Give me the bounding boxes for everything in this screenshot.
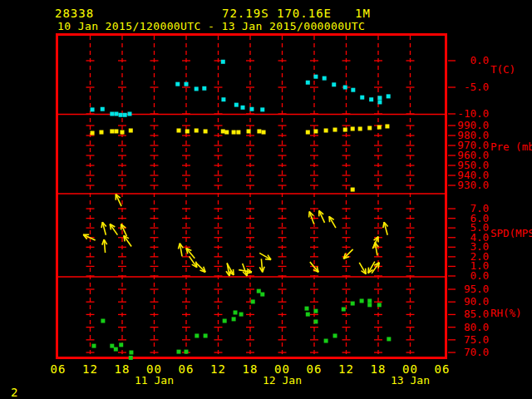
- pressure-point: [333, 128, 337, 132]
- y-tick-label: -10.0: [457, 107, 489, 120]
- relative_humidity-point: [257, 289, 261, 293]
- relative_humidity-point: [367, 303, 372, 307]
- relative_humidity-point: [313, 319, 318, 323]
- pressure-point: [129, 129, 133, 133]
- temperature-point: [369, 97, 373, 101]
- pressure-point: [257, 129, 261, 133]
- temperature-point: [175, 82, 180, 86]
- x-tick-label: 06: [307, 362, 323, 376]
- x-tick-label: 06: [435, 362, 451, 376]
- relative_humidity-point: [351, 302, 355, 306]
- relative_humidity-point: [204, 333, 208, 337]
- relative_humidity-point: [306, 313, 310, 317]
- relative_humidity-point: [360, 298, 364, 303]
- pressure-point: [121, 131, 125, 135]
- relative_humidity-point: [333, 333, 337, 337]
- temperature-point: [202, 86, 206, 91]
- temperature-point: [123, 113, 127, 117]
- x-tick-label: 12: [210, 362, 226, 376]
- temperature-point: [332, 82, 336, 86]
- y-tick-label: 0.0: [470, 54, 489, 66]
- relative_humidity-point: [101, 319, 105, 323]
- relative_humidity-point: [377, 303, 382, 307]
- relative_humidity-point: [185, 350, 189, 354]
- x-date-label: 13 Jan: [391, 374, 430, 387]
- temperature-point: [377, 96, 382, 100]
- pressure-point: [185, 129, 190, 133]
- pressure-point: [221, 129, 225, 133]
- relative_humidity-point: [129, 356, 133, 360]
- page-number: 2: [11, 386, 17, 399]
- pressure-point: [377, 126, 382, 130]
- wind-arrow-head: [102, 239, 104, 245]
- pressure-point: [351, 126, 355, 131]
- pressure-point: [114, 129, 118, 133]
- temperature-point: [91, 107, 95, 111]
- temperature-point: [195, 86, 199, 91]
- temperature-point: [110, 112, 114, 116]
- relative_humidity-point: [232, 317, 236, 321]
- relative_humidity-point: [91, 344, 96, 348]
- wind-arrow-head: [309, 212, 310, 218]
- relative_humidity-point: [251, 299, 255, 303]
- pressure-point: [385, 124, 389, 128]
- y-axis-title: Pre (mb): [490, 140, 532, 153]
- y-tick-label: 80.0: [464, 321, 489, 333]
- relative_humidity-point: [305, 307, 309, 311]
- y-tick-label: 75.0: [464, 333, 489, 346]
- relative_humidity-point: [223, 319, 227, 323]
- wind-arrow-head: [368, 268, 369, 273]
- pressure-point: [195, 129, 199, 133]
- temperature-point: [260, 107, 264, 111]
- relative_humidity-point: [195, 333, 199, 337]
- pressure-point: [351, 188, 355, 192]
- relative_humidity-point: [110, 344, 114, 348]
- y-tick-label: 85.0: [464, 308, 489, 320]
- y-tick-label: 95.0: [464, 283, 489, 295]
- y-axis-title: RH(%): [490, 307, 522, 319]
- x-tick-label: 18: [371, 362, 387, 376]
- temperature-point: [241, 106, 245, 110]
- temperature-point: [185, 82, 189, 86]
- wind-arrow-head: [383, 222, 384, 228]
- temperature-point: [221, 60, 225, 64]
- pressure-point: [204, 129, 208, 133]
- pressure-point: [358, 126, 362, 131]
- relative_humidity-point: [367, 298, 372, 303]
- pressure-point: [313, 129, 318, 133]
- y-tick-label: -5.0: [464, 81, 489, 93]
- temperature-point: [351, 88, 355, 92]
- pressure-point: [324, 129, 328, 133]
- x-tick-label: 12: [338, 362, 354, 376]
- pressure-point: [236, 131, 240, 135]
- temperature-point: [119, 113, 123, 117]
- relative_humidity-point: [342, 308, 346, 312]
- wind-arrow-head: [178, 244, 180, 249]
- pressure-point: [177, 129, 181, 133]
- pressure-point: [247, 129, 251, 133]
- pressure-point: [99, 131, 103, 135]
- temperature-point: [377, 100, 382, 104]
- x-tick-label: 06: [179, 362, 195, 376]
- relative_humidity-point: [387, 337, 391, 341]
- temperature-point: [127, 112, 131, 116]
- relative_humidity-point: [234, 310, 238, 314]
- wind-arrow-head: [101, 222, 102, 228]
- temperature-point: [323, 76, 327, 81]
- pressure-point: [224, 131, 229, 135]
- x-tick-label: 18: [243, 362, 259, 376]
- y-axis-title: T(C): [490, 63, 515, 76]
- relative_humidity-point: [260, 293, 264, 297]
- temperature-point: [306, 81, 310, 85]
- temperature-point: [313, 75, 318, 79]
- x-tick-label: 06: [51, 362, 66, 376]
- meteogram-screen: 28338 72.19S 170.16E 1M 10 Jan 2015/1200…: [0, 0, 532, 399]
- y-tick-label: 70.0: [464, 346, 489, 358]
- y-axis-title: SPD(MPS): [490, 227, 532, 239]
- temperature-point: [221, 97, 225, 101]
- relative_humidity-point: [119, 342, 123, 347]
- relative_humidity-point: [313, 309, 318, 313]
- temperature-point: [114, 112, 118, 116]
- pressure-point: [91, 131, 95, 135]
- temperature-point: [343, 86, 347, 90]
